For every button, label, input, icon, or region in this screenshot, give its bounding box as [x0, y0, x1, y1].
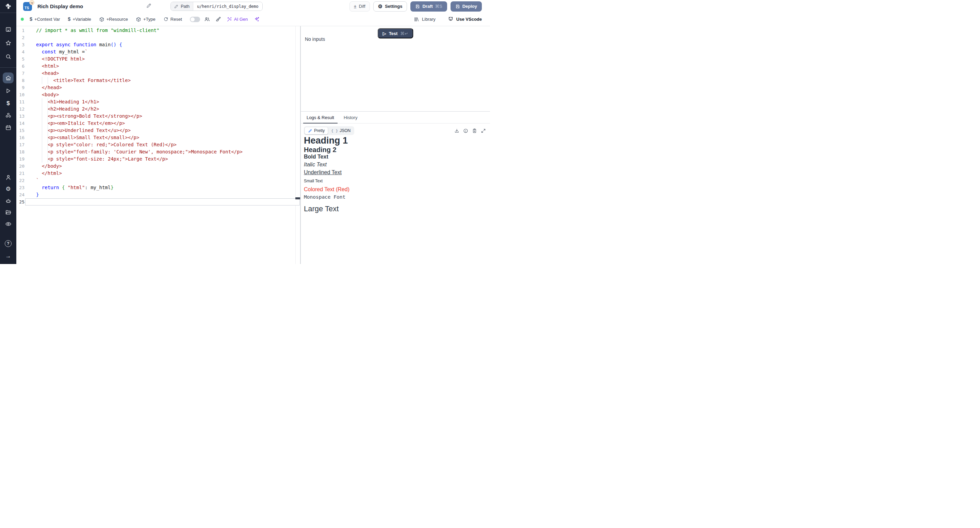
- runs-play-icon[interactable]: [5, 87, 11, 94]
- code-line[interactable]: <h1>Heading 1</h1>: [36, 98, 243, 105]
- draft-button[interactable]: Draft ⌘S: [410, 2, 447, 11]
- line-number[interactable]: 11: [16, 98, 24, 105]
- code-line[interactable]: <h2>Heading 2</h2>: [36, 105, 243, 113]
- editor-code[interactable]: // import * as wmill from "windmill-clie…: [24, 26, 243, 264]
- schedules-calendar-icon[interactable]: [5, 124, 11, 131]
- edit-summary-pencil-icon[interactable]: [146, 3, 151, 10]
- path-field[interactable]: Path u/henri/rich_display_demo: [170, 2, 262, 11]
- download-icon[interactable]: [454, 128, 460, 134]
- windmill-logo[interactable]: [0, 0, 16, 13]
- search-icon[interactable]: [5, 53, 11, 60]
- line-number[interactable]: 20: [16, 162, 24, 170]
- line-number[interactable]: 5: [16, 56, 24, 63]
- line-number[interactable]: 2: [16, 34, 24, 41]
- users-icon[interactable]: [204, 16, 210, 22]
- code-line[interactable]: // import * as wmill from "windmill-clie…: [36, 27, 243, 34]
- tab-history-label: History: [344, 115, 357, 120]
- line-number[interactable]: 8: [16, 77, 24, 84]
- clipboard-icon[interactable]: [472, 128, 477, 134]
- code-editor[interactable]: 1234567891011121314151617181920212223242…: [16, 26, 300, 264]
- code-line[interactable]: </html>: [36, 170, 243, 177]
- info-icon[interactable]: [463, 128, 468, 134]
- code-line[interactable]: <title>Text Formats</title>: [36, 77, 243, 84]
- line-number[interactable]: 6: [16, 63, 24, 70]
- code-line[interactable]: <html>: [36, 63, 243, 70]
- workspace-icon[interactable]: [5, 26, 11, 33]
- code-line[interactable]: <p style="font-size: 24px;">Large Text</…: [36, 156, 243, 162]
- use-vscode-button[interactable]: Use VScode: [448, 16, 482, 22]
- line-number[interactable]: 17: [16, 141, 24, 148]
- code-line[interactable]: <p><u>Underlined Text</u></p>: [36, 127, 243, 134]
- line-number[interactable]: 16: [16, 134, 24, 141]
- gear-icon[interactable]: ⚙: [5, 185, 11, 192]
- line-number[interactable]: 9: [16, 84, 24, 91]
- sparkles-icon[interactable]: [254, 16, 259, 22]
- expand-sidebar-icon[interactable]: →: [5, 253, 11, 259]
- reset-button[interactable]: Reset: [163, 17, 182, 22]
- line-number[interactable]: 22: [16, 177, 24, 184]
- code-line[interactable]: return { "html": my_html}: [36, 184, 243, 191]
- user-icon[interactable]: [5, 174, 11, 181]
- robot-icon[interactable]: [5, 197, 11, 204]
- code-line[interactable]: <p><small>Small Text</small></p>: [36, 134, 243, 141]
- line-number[interactable]: 3: [16, 41, 24, 48]
- result-underlined-text: Underlined Text: [304, 169, 486, 175]
- code-line[interactable]: export async function main() {: [36, 41, 243, 48]
- folder-icon[interactable]: [5, 209, 11, 216]
- add-resource-button[interactable]: +Resource: [99, 17, 128, 22]
- tab-logs-result[interactable]: Logs & Result: [303, 111, 337, 123]
- code-line[interactable]: [36, 34, 243, 41]
- diff-button[interactable]: ± Diff: [350, 2, 370, 11]
- line-number[interactable]: 19: [16, 156, 24, 162]
- braces-icon: { }: [331, 129, 338, 133]
- line-number[interactable]: 15: [16, 127, 24, 134]
- code-line[interactable]: <p style="font-family: 'Courier New', mo…: [36, 148, 243, 156]
- line-number[interactable]: 4: [16, 48, 24, 56]
- line-number[interactable]: 7: [16, 70, 24, 77]
- settings-button[interactable]: ⚙ Settings: [373, 2, 407, 11]
- line-number[interactable]: 25: [16, 198, 24, 205]
- expand-icon[interactable]: [481, 128, 486, 134]
- code-line[interactable]: <head>: [36, 70, 243, 77]
- add-context-var-button[interactable]: $ +Context Var: [30, 17, 60, 22]
- code-line[interactable]: <p style="color: red;">Colored Text (Red…: [36, 141, 243, 148]
- code-line[interactable]: <p><em>Italic Text</em></p>: [36, 120, 243, 127]
- line-number[interactable]: 24: [16, 191, 24, 198]
- library-button[interactable]: Library: [414, 17, 436, 22]
- line-number[interactable]: 10: [16, 91, 24, 98]
- line-number[interactable]: 21: [16, 170, 24, 177]
- eye-icon[interactable]: [5, 221, 11, 227]
- line-number[interactable]: 14: [16, 120, 24, 127]
- code-line[interactable]: <!DOCTYPE html>: [36, 56, 243, 63]
- add-type-button[interactable]: +Type: [136, 17, 156, 22]
- line-number[interactable]: 13: [16, 113, 24, 120]
- tab-history[interactable]: History: [340, 111, 361, 123]
- brush-icon[interactable]: [215, 16, 221, 22]
- add-variable-button[interactable]: $ +Variable: [68, 17, 91, 22]
- line-number[interactable]: 23: [16, 184, 24, 191]
- view-pretty-button[interactable]: Pretty: [305, 127, 328, 134]
- help-icon[interactable]: ?: [5, 240, 11, 247]
- code-line[interactable]: const my_html =`: [36, 48, 243, 56]
- line-number[interactable]: 1: [16, 27, 24, 34]
- code-line[interactable]: `: [36, 177, 243, 184]
- code-line[interactable]: <body>: [36, 91, 243, 98]
- variables-dollar-icon[interactable]: $: [5, 100, 11, 107]
- sidebar-item-home[interactable]: [3, 72, 14, 83]
- view-json-button[interactable]: { } JSON: [328, 127, 353, 134]
- star-icon[interactable]: [5, 40, 11, 46]
- code-line[interactable]: </head>: [36, 84, 243, 91]
- collab-toggle[interactable]: [190, 17, 200, 22]
- code-line[interactable]: }: [36, 191, 243, 198]
- deploy-button[interactable]: Deploy: [450, 2, 482, 11]
- test-button[interactable]: ▷ Test ⌘↵: [378, 28, 414, 38]
- code-line[interactable]: </body>: [36, 162, 243, 170]
- resources-cubes-icon[interactable]: [5, 112, 11, 119]
- ai-gen-button[interactable]: AI Gen: [227, 17, 248, 22]
- code-line[interactable]: <p><strong>Bold Text</strong></p>: [36, 113, 243, 120]
- line-number[interactable]: 18: [16, 148, 24, 156]
- deploy-label: Deploy: [463, 4, 477, 9]
- toolbar-right: Library Use VScode: [414, 16, 482, 22]
- indent-guide: [48, 113, 48, 120]
- line-number[interactable]: 12: [16, 105, 24, 113]
